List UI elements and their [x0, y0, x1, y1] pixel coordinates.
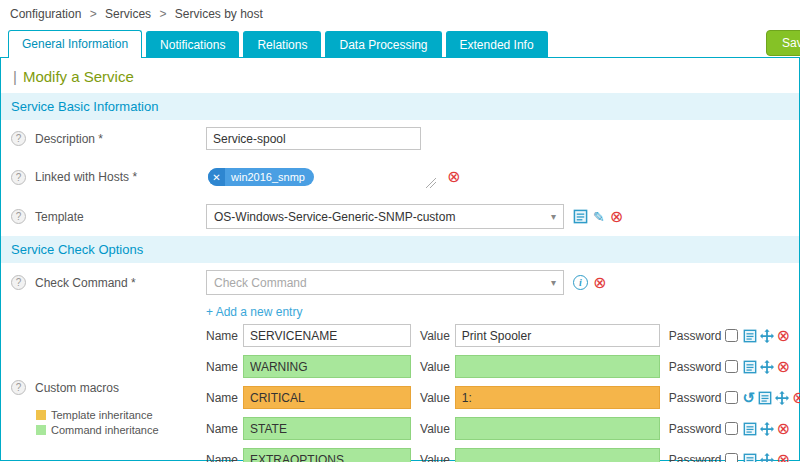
tab-data-processing[interactable]: Data Processing [325, 31, 441, 57]
move-icon[interactable] [760, 360, 774, 374]
inheritance-legend: Template inheritance Command inheritance [11, 409, 206, 436]
help-icon[interactable]: ? [11, 131, 26, 146]
legend-command-inheritance: Command inheritance [36, 424, 206, 436]
delete-icon[interactable]: ⊗ [777, 421, 790, 437]
tab-relations[interactable]: Relations [243, 31, 321, 57]
chevron-down-icon: ▾ [551, 277, 556, 288]
tab-general-information[interactable]: General Information [8, 30, 142, 58]
macro-name-label: Name [206, 391, 238, 405]
move-icon[interactable] [760, 453, 774, 462]
macro-description-icon[interactable] [743, 329, 757, 343]
macro-password-checkbox[interactable] [725, 422, 738, 435]
help-icon[interactable]: ? [11, 170, 26, 185]
macro-value-label: Value [420, 453, 450, 462]
macro-password-checkbox[interactable] [725, 360, 738, 373]
info-icon[interactable]: i [573, 275, 588, 290]
macro-description-icon[interactable] [743, 453, 757, 462]
page-title: |Modify a Service [1, 58, 799, 93]
template-label: Template [35, 210, 84, 224]
add-new-entry-link[interactable]: + Add a new entry [206, 305, 302, 319]
section-basic-information: Service Basic Information [1, 93, 799, 120]
description-row: ? Description * [1, 120, 799, 157]
custom-macros-label: Custom macros [35, 381, 119, 395]
chevron-down-icon: ▾ [551, 211, 556, 222]
macro-value-label: Value [420, 360, 450, 374]
template-inheritance-swatch [36, 410, 46, 420]
macro-password-checkbox[interactable] [725, 329, 738, 342]
macro-value-input[interactable] [455, 386, 660, 409]
macro-password-label: Password [669, 422, 722, 436]
macro-row: Name Value Password ↺ ⊗ [206, 386, 800, 409]
breadcrumb-separator: > [159, 7, 166, 21]
macro-row: Name Value Password ⊗ [206, 324, 800, 347]
macro-name-label: Name [206, 329, 238, 343]
macro-name-input[interactable] [243, 386, 411, 409]
macro-password-checkbox[interactable] [725, 453, 738, 462]
tab-extended-info[interactable]: Extended Info [446, 31, 548, 57]
macro-value-input[interactable] [455, 417, 660, 440]
template-select[interactable]: OS-Windows-Service-Generic-SNMP-custom ▾ [206, 204, 564, 229]
help-icon[interactable]: ? [11, 275, 26, 290]
breadcrumb-separator: > [90, 7, 97, 21]
macro-value-input[interactable] [455, 448, 660, 462]
delete-icon[interactable]: ⊗ [777, 359, 790, 375]
macro-name-input[interactable] [243, 448, 411, 462]
edit-icon[interactable]: ✎ [593, 210, 605, 224]
delete-icon[interactable]: ⊗ [610, 209, 623, 225]
tab-bar: General Information Notifications Relati… [0, 28, 800, 57]
macro-row: Name Value Password ⊗ [206, 448, 800, 462]
macro-name-label: Name [206, 422, 238, 436]
move-icon[interactable] [760, 329, 774, 343]
delete-icon[interactable]: ⊗ [777, 452, 790, 462]
macro-value-input[interactable] [455, 324, 660, 347]
breadcrumb: Configuration > Services > Services by h… [0, 0, 800, 28]
macro-name-input[interactable] [243, 324, 411, 347]
macro-name-input[interactable] [243, 355, 411, 378]
host-chip-label: win2016_snmp [225, 171, 314, 183]
remove-chip-icon[interactable]: ✕ [208, 168, 225, 186]
check-command-label: Check Command * [35, 276, 136, 290]
macro-name-input[interactable] [243, 417, 411, 440]
macro-description-icon[interactable] [758, 391, 772, 405]
linked-hosts-row: ? Linked with Hosts * ✕ win2016_snmp ⊗ [1, 157, 799, 197]
macro-name-label: Name [206, 360, 238, 374]
move-icon[interactable] [760, 422, 774, 436]
macro-value-label: Value [420, 422, 450, 436]
command-inheritance-swatch [36, 425, 46, 435]
macro-description-icon[interactable] [743, 422, 757, 436]
tab-notifications[interactable]: Notifications [146, 31, 239, 57]
delete-icon[interactable]: ⊗ [792, 390, 800, 406]
delete-icon[interactable]: ⊗ [593, 275, 606, 291]
linked-hosts-field[interactable]: ✕ win2016_snmp [206, 164, 438, 190]
help-icon[interactable]: ? [11, 209, 26, 224]
help-icon[interactable]: ? [11, 380, 26, 395]
macro-description-icon[interactable] [743, 360, 757, 374]
save-button[interactable]: Save [766, 30, 800, 56]
macro-password-label: Password [669, 360, 722, 374]
legend-template-inheritance: Template inheritance [36, 409, 206, 421]
linked-hosts-label: Linked with Hosts * [35, 170, 137, 184]
breadcrumb-item-services[interactable]: Services [105, 7, 151, 21]
template-row: ? Template OS-Windows-Service-Generic-SN… [1, 197, 799, 236]
macro-value-input[interactable] [455, 355, 660, 378]
check-command-select[interactable]: Check Command ▾ [206, 270, 564, 295]
delete-icon[interactable]: ⊗ [447, 169, 460, 185]
view-template-icon[interactable] [573, 209, 588, 224]
description-label: Description * [35, 132, 103, 146]
move-icon[interactable] [775, 391, 789, 405]
undo-icon[interactable]: ↺ [743, 390, 756, 405]
template-selected-value: OS-Windows-Service-Generic-SNMP-custom [214, 210, 455, 224]
macro-name-label: Name [206, 453, 238, 462]
delete-icon[interactable]: ⊗ [777, 328, 790, 344]
breadcrumb-item-services-by-host[interactable]: Services by host [175, 7, 263, 21]
macro-value-label: Value [420, 391, 450, 405]
check-command-placeholder: Check Command [214, 276, 307, 290]
check-command-row: ? Check Command * Check Command ▾ i ⊗ [1, 263, 799, 302]
macro-password-checkbox[interactable] [725, 391, 738, 404]
custom-macros-section: ? Custom macros Template inheritance Com… [1, 324, 799, 462]
resize-grip-icon[interactable] [426, 178, 436, 188]
macro-row: Name Value Password ⊗ [206, 417, 800, 440]
macro-password-label: Password [669, 329, 722, 343]
breadcrumb-item-configuration[interactable]: Configuration [10, 7, 81, 21]
description-input[interactable] [206, 127, 421, 150]
